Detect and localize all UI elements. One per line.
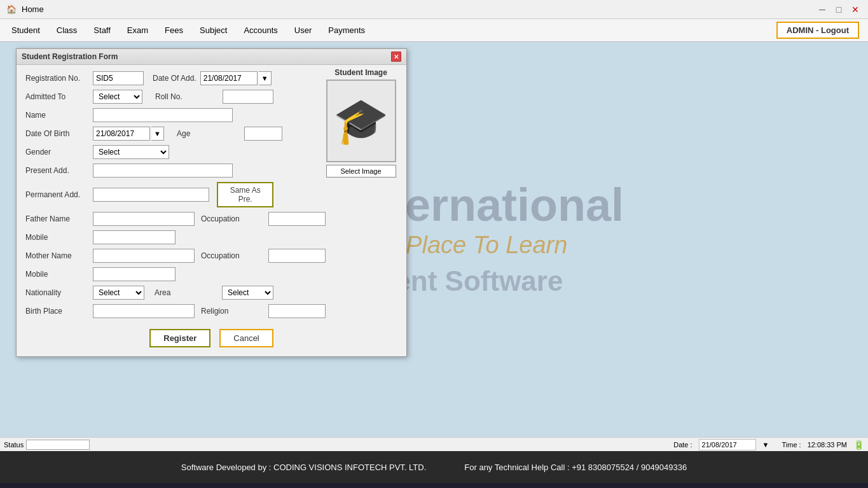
dialog-title: Student Registration Form <box>22 52 118 61</box>
religion-label: Religion <box>201 307 265 316</box>
menu-exam[interactable]: Exam <box>120 23 156 38</box>
minimize-button[interactable]: ─ <box>816 3 829 16</box>
menu-bar: Student Class Staff Exam Fees Subject Ac… <box>0 19 868 42</box>
date-of-add-input[interactable] <box>200 71 258 85</box>
admin-logout-button[interactable]: ADMIN - Logout <box>776 22 859 39</box>
date-of-add-field: ▼ <box>200 71 272 85</box>
father-mobile-row: Mobile <box>25 230 273 244</box>
menu-fees[interactable]: Fees <box>157 23 191 38</box>
dialog-titlebar: Student Registration Form ✕ <box>17 49 406 65</box>
admitted-to-label: Admitted To <box>25 92 89 101</box>
age-input[interactable] <box>244 127 282 141</box>
gender-label: Gender <box>25 148 89 157</box>
cancel-button[interactable]: Cancel <box>219 329 273 347</box>
nationality-select[interactable]: Select Indian Other <box>93 286 144 300</box>
registration-no-input[interactable] <box>93 71 144 85</box>
status-right: Date : ▼ Time : 12:08:33 PM 🔋 <box>673 439 864 450</box>
menu-student[interactable]: Student <box>4 23 48 38</box>
gender-select[interactable]: Select Male Female <box>93 145 169 159</box>
app-icon: 🏠 <box>6 4 17 14</box>
mother-name-input[interactable] <box>93 249 195 263</box>
birth-place-row: Birth Place Religion <box>25 304 273 318</box>
present-add-input[interactable] <box>93 164 233 178</box>
mother-occupation-input[interactable] <box>268 249 326 263</box>
father-name-row: Father Name Occupation <box>25 212 273 226</box>
religion-input[interactable] <box>268 304 326 318</box>
menu-items: Student Class Staff Exam Fees Subject Ac… <box>4 23 373 38</box>
developer-text: Software Developed by : CODING VISIONS I… <box>181 463 427 472</box>
registration-no-label: Registration No. <box>25 74 89 83</box>
footer-developer: Software Developed by : CODING VISIONS I… <box>0 451 868 483</box>
father-occupation-input[interactable] <box>268 212 326 226</box>
menu-class[interactable]: Class <box>49 23 85 38</box>
time-value: 12:08:33 PM <box>808 441 847 449</box>
dob-input[interactable] <box>93 127 150 141</box>
gender-row: Gender Select Male Female <box>25 145 273 159</box>
birth-place-label: Birth Place <box>25 307 89 316</box>
mother-name-label: Mother Name <box>25 251 89 260</box>
main-area: oo's International A Perfect Place To Le… <box>0 42 868 437</box>
father-name-input[interactable] <box>93 212 195 226</box>
same-as-pre-button[interactable]: Same As Pre. <box>217 182 273 207</box>
name-input[interactable] <box>93 108 233 122</box>
mother-occupation-label: Occupation <box>201 251 265 260</box>
dialog-body: Registration No. Date Of Add. ▼ Admitted… <box>17 65 406 356</box>
father-occupation-label: Occupation <box>201 214 265 223</box>
date-label: Date : <box>673 441 692 449</box>
father-mobile-label: Mobile <box>25 233 89 242</box>
permanent-add-label: Permanent Add. <box>25 190 89 199</box>
status-label: Status <box>4 441 24 449</box>
menu-accounts[interactable]: Accounts <box>236 23 285 38</box>
father-mobile-input[interactable] <box>93 230 176 244</box>
date-input[interactable] <box>699 439 756 450</box>
admitted-to-select[interactable]: Select Class 1 Class 2 Class 3 <box>93 90 142 104</box>
mother-mobile-input[interactable] <box>93 267 176 281</box>
menu-subject[interactable]: Subject <box>192 23 235 38</box>
admitted-to-row: Admitted To Select Class 1 Class 2 Class… <box>25 90 273 104</box>
maximize-button[interactable]: □ <box>832 3 845 16</box>
present-add-label: Present Add. <box>25 166 89 175</box>
menu-staff[interactable]: Staff <box>86 23 118 38</box>
date-of-add-calendar-icon[interactable]: ▼ <box>259 71 272 85</box>
app-title: Home <box>22 4 44 14</box>
nationality-label: Nationality <box>25 288 89 297</box>
dob-calendar-icon[interactable]: ▼ <box>151 127 164 141</box>
student-image-panel: Student Image 🎓 Select Image <box>324 68 397 178</box>
window-close-button[interactable]: ✕ <box>849 3 862 16</box>
birth-place-input[interactable] <box>93 304 195 318</box>
select-image-button[interactable]: Select Image <box>326 165 396 178</box>
registration-row: Registration No. Date Of Add. ▼ <box>25 71 273 85</box>
mother-mobile-label: Mobile <box>25 270 89 279</box>
area-label: Area <box>155 288 218 297</box>
mother-name-row: Mother Name Occupation <box>25 249 273 263</box>
status-left: Status <box>4 440 90 450</box>
area-select[interactable]: Select Urban Rural <box>222 286 273 300</box>
father-name-label: Father Name <box>25 214 89 223</box>
register-button[interactable]: Register <box>149 329 210 347</box>
dialog-close-button[interactable]: ✕ <box>391 52 401 62</box>
help-text: For any Technical Help Call : +91 830807… <box>464 463 687 472</box>
student-image-label: Student Image <box>334 68 387 77</box>
mother-mobile-row: Mobile <box>25 267 273 281</box>
dob-row: Date Of Birth ▼ Age <box>25 127 273 141</box>
permanent-add-input[interactable] <box>93 188 209 202</box>
permanent-add-row: Permanent Add. Same As Pre. <box>25 182 273 207</box>
menu-user[interactable]: User <box>287 23 319 38</box>
name-label: Name <box>25 111 89 120</box>
dob-field: ▼ <box>93 127 164 141</box>
title-bar: 🏠 Home ─ □ ✕ <box>0 0 868 19</box>
date-of-add-label: Date Of Add. <box>153 74 196 83</box>
age-label: Age <box>177 129 240 138</box>
menu-payments[interactable]: Payments <box>320 23 373 38</box>
student-registration-dialog: Student Registration Form ✕ Registration… <box>16 48 407 357</box>
student-image-box: 🎓 <box>326 80 396 162</box>
time-label: Time : <box>782 441 801 449</box>
taskbar: ⊞ 🔍 🎤 ⊡ 🌐 📁 ✉️ 💬 🐦 🏛️ ENG 12:03 PM 21/08… <box>0 483 868 488</box>
dob-label: Date Of Birth <box>25 129 89 138</box>
status-bar: Status Date : ▼ Time : 12:08:33 PM 🔋 <box>0 437 868 451</box>
date-calendar-icon[interactable]: ▼ <box>762 441 769 449</box>
status-value-box <box>26 440 90 450</box>
form-section-left: Registration No. Date Of Add. ▼ Admitted… <box>25 71 273 323</box>
roll-no-input[interactable] <box>223 90 273 104</box>
battery-icon: 🔋 <box>853 440 864 450</box>
